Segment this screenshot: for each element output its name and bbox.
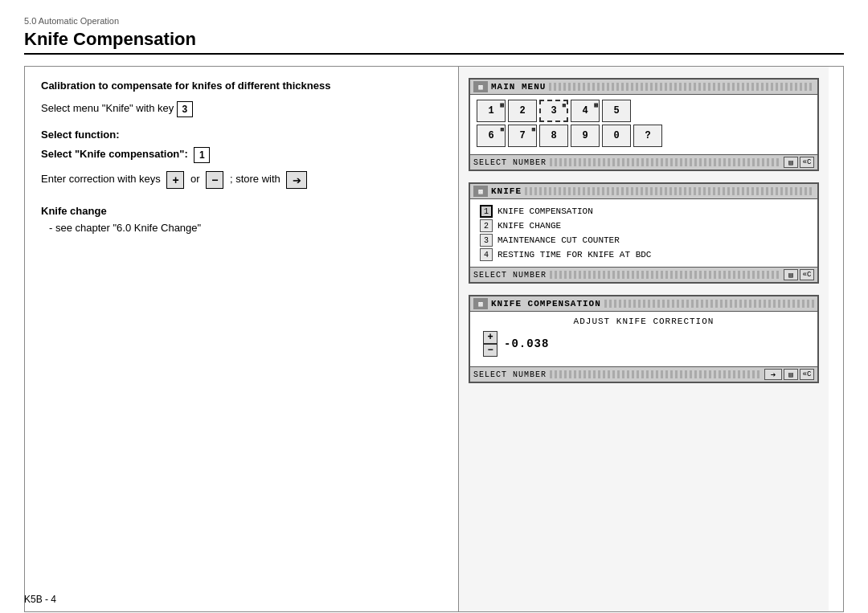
- main-menu-footer-bar: [550, 158, 780, 166]
- main-menu-header: ▩ MAIN MENU: [470, 80, 817, 95]
- knife-comp-footer-text: SELECT NUMBER: [473, 370, 547, 379]
- knife-item-1-num: 1: [480, 205, 493, 218]
- knife-item-3-label: MAINTENANCE CUT COUNTER: [497, 235, 620, 245]
- right-panel: ▩ MAIN MENU 1▩ 2 3▩ 4▩ 5 6▩: [459, 67, 829, 611]
- knife-menu-footer-icons: ▤ «C: [784, 269, 814, 280]
- select-knife-comp-label: Select "Knife compensation":: [41, 148, 188, 160]
- step1-text: Select menu "Knife" with key 3: [41, 101, 442, 117]
- correction-value: -0.038: [504, 337, 549, 350]
- knife-comp-footer: SELECT NUMBER ➔ ▤ «C: [470, 366, 817, 382]
- knife-menu-body: 1 KNIFE COMPENSATION 2 KNIFE CHANGE 3 MA…: [470, 199, 817, 267]
- plus-button[interactable]: +: [483, 331, 497, 344]
- knife-comp-footer-icons: ➔ ▤ «C: [764, 369, 814, 380]
- knife-comp-header-bar: [604, 300, 814, 308]
- plus-key: +: [166, 171, 184, 189]
- knife-menu-icon: ▩: [473, 186, 488, 197]
- numpad-row-1: 1▩ 2 3▩ 4▩ 5: [477, 100, 811, 122]
- page: 5.0 Automatic Operation Knife Compensati…: [0, 0, 868, 613]
- knife-comp-icon: ▩: [473, 298, 488, 309]
- main-menu-title: MAIN MENU: [491, 82, 546, 92]
- section-label: 5.0 Automatic Operation: [24, 16, 844, 26]
- main-menu-footer-text: SELECT NUMBER: [473, 158, 547, 167]
- main-menu-body: 1▩ 2 3▩ 4▩ 5 6▩ 7▩ 8 9 0 ?: [470, 95, 817, 154]
- numpad-row-2: 6▩ 7▩ 8 9 0 ?: [477, 125, 811, 147]
- main-menu-icon: ▩: [473, 81, 488, 92]
- knife-item-2[interactable]: 2 KNIFE CHANGE: [477, 219, 811, 233]
- main-content: Calibration to compensate for knifes of …: [24, 66, 844, 612]
- page-title: Knife Compensation: [24, 29, 844, 55]
- grid-icon-2: ▤: [784, 269, 798, 280]
- knife-menu-footer: SELECT NUMBER ▤ «C: [470, 267, 817, 282]
- left-panel: Calibration to compensate for knifes of …: [25, 67, 459, 611]
- store-key: ➔: [286, 171, 307, 189]
- main-menu-screen: ▩ MAIN MENU 1▩ 2 3▩ 4▩ 5 6▩: [469, 78, 819, 171]
- grid-icon: ▤: [784, 157, 798, 168]
- main-menu-footer: SELECT NUMBER ▤ «C: [470, 154, 817, 170]
- knife-menu-header-bar: [525, 187, 814, 195]
- knife-comp-screen: ▩ KNIFE COMPENSATION ADJUST KNIFE CORREC…: [469, 295, 819, 383]
- knife-menu-footer-text: SELECT NUMBER: [473, 271, 547, 280]
- knife-item-1[interactable]: 1 KNIFE COMPENSATION: [477, 204, 811, 219]
- key-9[interactable]: 9: [571, 125, 600, 147]
- key-4[interactable]: 4▩: [571, 100, 600, 122]
- knife-menu-header: ▩ KNIFE: [470, 184, 817, 199]
- knife-comp-body: ADJUST KNIFE CORRECTION + − -0.038: [470, 312, 817, 366]
- arrow-icon: ➔: [764, 369, 782, 380]
- correction-display: + − -0.038: [483, 331, 811, 357]
- close-icon-2: «C: [800, 269, 814, 280]
- key-7[interactable]: 7▩: [508, 125, 537, 147]
- grid-icon-3: ▤: [784, 369, 798, 380]
- knife-item-4[interactable]: 4 RESTING TIME FOR KNIFE AT BDC: [477, 247, 811, 262]
- main-menu-footer-icons: ▤ «C: [784, 157, 814, 168]
- step3-text: Enter correction with keys + or − ; stor…: [41, 171, 442, 189]
- minus-key: −: [206, 171, 223, 189]
- knife-item-1-label: KNIFE COMPENSATION: [497, 206, 593, 216]
- adjust-label: ADJUST KNIFE CORRECTION: [477, 317, 811, 326]
- knife-menu-footer-bar: [550, 271, 780, 279]
- key-2[interactable]: 2: [508, 100, 537, 122]
- knife-menu-screen: ▩ KNIFE 1 KNIFE COMPENSATION 2 KNIFE CHA…: [469, 182, 819, 284]
- close-icon: «C: [800, 157, 814, 168]
- key-1: 1: [194, 147, 210, 163]
- key-1[interactable]: 1▩: [477, 100, 506, 122]
- knife-menu-title: KNIFE: [491, 186, 522, 196]
- knife-item-4-num: 4: [480, 248, 493, 261]
- knife-comp-footer-bar: [550, 370, 761, 378]
- knife-item-3-num: 3: [480, 234, 493, 247]
- footer-label: K5B - 4: [24, 594, 56, 605]
- knife-comp-header: ▩ KNIFE COMPENSATION: [470, 296, 817, 312]
- key-0[interactable]: 0: [602, 125, 631, 147]
- key-5[interactable]: 5: [602, 100, 631, 122]
- knife-item-4-label: RESTING TIME FOR KNIFE AT BDC: [497, 250, 651, 260]
- knife-change-label: Knife change: [41, 205, 442, 217]
- key-8[interactable]: 8: [539, 125, 568, 147]
- plus-minus-box: + −: [483, 331, 497, 357]
- main-menu-header-bar: [549, 83, 814, 91]
- knife-item-2-label: KNIFE CHANGE: [497, 221, 561, 231]
- select-function-label: Select function:: [41, 129, 442, 141]
- intro-bold: Calibration to compensate for knifes of …: [41, 80, 442, 92]
- key-3-highlighted[interactable]: 3▩: [539, 100, 568, 122]
- key-question[interactable]: ?: [633, 125, 662, 147]
- knife-item-2-num: 2: [480, 219, 493, 232]
- key-6[interactable]: 6▩: [477, 125, 506, 147]
- minus-button[interactable]: −: [483, 344, 497, 357]
- knife-comp-title: KNIFE COMPENSATION: [491, 299, 601, 309]
- knife-change-text: - see chapter "6.0 Knife Change": [41, 222, 442, 234]
- key-3: 3: [177, 101, 193, 117]
- select-knife-comp: Select "Knife compensation": 1: [41, 147, 442, 163]
- knife-item-3[interactable]: 3 MAINTENANCE CUT COUNTER: [477, 233, 811, 247]
- knife-change-section: Knife change - see chapter "6.0 Knife Ch…: [41, 205, 442, 234]
- close-icon-3: «C: [800, 369, 814, 380]
